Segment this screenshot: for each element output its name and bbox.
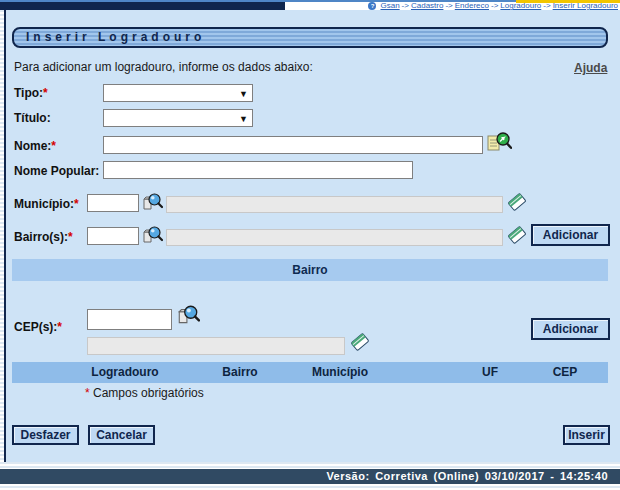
cep-search-icon[interactable] [176, 303, 200, 331]
tipo-label-text: Tipo: [14, 86, 43, 100]
breadcrumb-help-icon[interactable]: ? [368, 2, 376, 10]
municipio-code-input[interactable] [87, 194, 139, 212]
bairros-label: Bairro(s):* [14, 230, 73, 244]
cancelar-button[interactable]: Cancelar [88, 425, 155, 445]
titulo-label-text: Título: [14, 111, 51, 125]
titulo-dropdown-arrow-icon: ▼ [239, 114, 248, 124]
municipio-label-text: Município: [14, 197, 74, 211]
gsan-window: ? Gsan -> Cadastro -> Endereco -> Lograd… [0, 0, 620, 490]
help-link[interactable]: Ajuda [574, 61, 607, 75]
cep-erase-icon[interactable] [350, 331, 370, 357]
municipio-name-field [166, 196, 503, 213]
bairro-erase-icon[interactable] [507, 224, 527, 250]
required-note-text: Campos obrigatórios [93, 386, 204, 400]
bairros-required-asterisk: * [68, 230, 73, 244]
cep-list-field [87, 337, 345, 355]
nome-required-asterisk: * [51, 139, 56, 153]
bairro-adicionar-button[interactable]: Adicionar [531, 224, 610, 246]
tipo-required-asterisk: * [43, 86, 48, 100]
column-header-bairro: Bairro [222, 365, 257, 379]
logradouro-table-header: Logradouro Bairro Município UF CEP [12, 362, 608, 383]
intro-text: Para adicionar um logradouro, informe os… [14, 60, 313, 74]
breadcrumb-item-gsan[interactable]: Gsan [380, 1, 399, 10]
version-status-bar: Versão: Corretiva (Online) 03/10/2017 - … [0, 469, 620, 484]
bairro-code-input[interactable] [87, 227, 139, 245]
nome-popular-label-text: Nome Popular: [14, 164, 99, 178]
municipio-erase-icon[interactable] [507, 191, 527, 217]
bairro-section-header: Bairro [12, 259, 608, 281]
ceps-label: CEP(s):* [14, 320, 62, 334]
bairro-search-icon[interactable] [141, 224, 163, 250]
nome-label-text: Nome: [14, 139, 51, 153]
titulo-select-value [104, 113, 107, 127]
required-note-asterisk: * [85, 386, 90, 400]
nome-input[interactable] [103, 136, 483, 154]
top-banner-yellow-accent [516, 0, 620, 3]
required-fields-note: * Campos obrigatórios [85, 386, 204, 400]
nome-popular-label: Nome Popular: [14, 164, 99, 178]
breadcrumb-separator: -> [445, 1, 452, 10]
tipo-select[interactable]: ▼ [103, 84, 253, 102]
column-header-cep: CEP [553, 365, 578, 379]
column-header-municipio: Município [312, 365, 368, 379]
nome-view-search-icon[interactable] [486, 131, 512, 160]
ceps-required-asterisk: * [57, 320, 62, 334]
page-title: Inserir Logradouro [12, 27, 608, 48]
municipio-search-icon[interactable] [141, 191, 163, 217]
desfazer-button[interactable]: Desfazer [12, 425, 79, 445]
municipio-label: Município:* [14, 197, 79, 211]
column-header-uf: UF [482, 365, 498, 379]
municipio-required-asterisk: * [74, 197, 79, 211]
nome-popular-input[interactable] [103, 161, 413, 179]
breadcrumb-item-cadastro[interactable]: Cadastro [411, 1, 443, 10]
breadcrumb-separator: -> [402, 1, 409, 10]
titulo-select[interactable]: ▼ [103, 109, 253, 127]
breadcrumb-separator: -> [491, 1, 498, 10]
titulo-label: Título: [14, 111, 51, 125]
column-header-logradouro: Logradouro [91, 365, 158, 379]
inserir-button[interactable]: Inserir [563, 425, 610, 445]
tipo-select-value [104, 88, 107, 102]
breadcrumb-item-endereco[interactable]: Endereco [455, 1, 489, 10]
bairro-name-field [166, 229, 503, 246]
cep-code-input[interactable] [87, 309, 172, 330]
bairros-label-text: Bairro(s): [14, 230, 68, 244]
tipo-dropdown-arrow-icon: ▼ [239, 89, 248, 99]
tipo-label: Tipo:* [14, 86, 48, 100]
nome-label: Nome:* [14, 139, 56, 153]
cep-adicionar-button[interactable]: Adicionar [531, 318, 610, 340]
ceps-label-text: CEP(s): [14, 320, 57, 334]
top-banner-blue-line [0, 0, 516, 2]
